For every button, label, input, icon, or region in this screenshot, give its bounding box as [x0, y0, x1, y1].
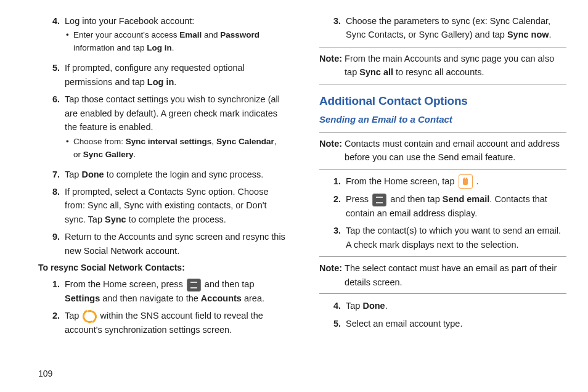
list-number: 5.: [330, 317, 346, 330]
menu-icon: [187, 279, 201, 292]
bullet-item: • Choose from: Sync interval settings, S…: [66, 136, 285, 161]
list-number: 1.: [330, 174, 346, 189]
bullet-icon: •: [66, 136, 73, 161]
note-label: Note:: [319, 137, 345, 165]
list-number: 2.: [49, 309, 65, 337]
list-item: 9. Return to the Accounts and sync scree…: [49, 230, 285, 258]
list-item: 3. Choose the parameters to sync (ex: Sy…: [330, 14, 566, 42]
list-item: 1. From the Home screen, tap .: [330, 174, 566, 189]
list-number: 4.: [49, 14, 65, 57]
list-number: 6.: [49, 92, 65, 163]
section-heading: Additional Contact Options: [319, 92, 566, 110]
note-label: Note:: [319, 52, 345, 80]
list-item: 4. Tap Done.: [330, 299, 566, 312]
list-item: 1. From the Home screen, press and then …: [49, 277, 285, 305]
list-number: 7.: [49, 168, 65, 181]
list-item: 3. Tap the contact(s) to which you want …: [330, 224, 566, 251]
note-block: Note: From the main Accounts and sync pa…: [319, 47, 566, 84]
contacts-app-icon: [459, 174, 473, 189]
list-item: 5. Select an email account type.: [330, 317, 566, 330]
list-number: 8.: [49, 185, 65, 226]
list-item: 2. Tap within the SNS account field to r…: [49, 309, 285, 337]
list-number: 1.: [49, 277, 65, 305]
right-column: 3. Choose the parameters to sync (ex: Sy…: [319, 14, 566, 365]
note-block: Note: Contacts must contain and email ac…: [319, 132, 566, 169]
list-item: 7. Tap Done to complete the login and sy…: [49, 168, 285, 181]
list-item: 5. If prompted, configure any requested …: [49, 61, 285, 89]
list-number: 4.: [330, 299, 346, 312]
note-label: Note:: [319, 261, 345, 289]
sub-heading: To resync Social Network Contacts:: [38, 261, 285, 275]
list-number: 9.: [49, 230, 65, 258]
list-text: Log into your Facebook account:: [65, 16, 194, 26]
sync-icon: [83, 309, 96, 323]
list-item: 4. Log into your Facebook account: • Ent…: [49, 14, 285, 57]
page-number: 109: [38, 367, 566, 381]
list-number: 3.: [330, 14, 346, 42]
bullet-icon: •: [66, 29, 73, 55]
note-block: Note: The select contact must have an em…: [319, 256, 566, 294]
list-item: 6. Tap those contact settings you wish t…: [49, 92, 285, 163]
list-item: 2. Press and then tap Send email. Contac…: [330, 192, 566, 220]
left-column: 4. Log into your Facebook account: • Ent…: [38, 14, 285, 365]
list-number: 2.: [330, 192, 346, 220]
list-number: 5.: [49, 61, 65, 89]
sub-section-heading: Sending an Email to a Contact: [319, 112, 566, 126]
menu-icon: [372, 194, 386, 206]
list-number: 3.: [330, 224, 346, 251]
list-item: 8. If prompted, select a Contacts Sync o…: [49, 185, 285, 226]
bullet-item: • Enter your account's access Email and …: [66, 29, 285, 55]
